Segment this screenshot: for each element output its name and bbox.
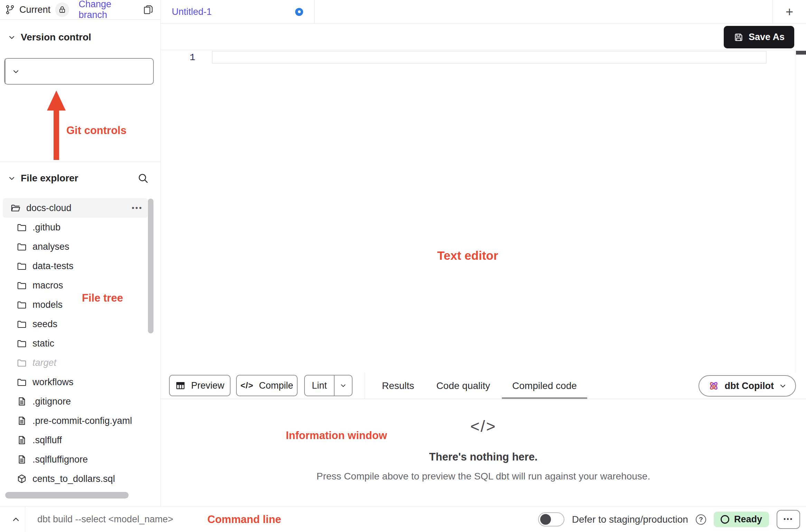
unsaved-changes-dot[interactable] <box>295 8 303 16</box>
lint-dropdown[interactable] <box>334 376 352 396</box>
command-bar-right: Defer to staging/production ? Ready ••• <box>538 506 800 532</box>
file-tree-item-label: data-tests <box>32 261 74 272</box>
file-tree-item[interactable]: .gitignore <box>0 392 161 411</box>
file-tree-item-label: workflows <box>32 377 74 388</box>
change-branch-link[interactable]: Change branch <box>79 0 139 20</box>
chevron-down-icon <box>779 382 787 390</box>
tab-results[interactable]: Results <box>382 372 414 399</box>
command-bar-divider <box>25 506 25 532</box>
chevron-down-icon <box>8 33 16 41</box>
file-icon <box>17 435 27 445</box>
annotation-command-line: Command line <box>207 513 281 526</box>
compile-button[interactable]: </> Compile <box>236 375 298 396</box>
file-tree-item-label: .sqlfluff <box>32 435 62 446</box>
folder-icon <box>17 222 27 232</box>
file-tree-item[interactable]: static <box>0 334 161 353</box>
current-branch-label: Current <box>19 4 50 15</box>
file-tree-item[interactable]: .pre-commit-config.yaml <box>0 411 161 430</box>
results-pane-toolbar: Preview </> Compile Lint Results Code qu… <box>161 372 806 399</box>
line-number: 1 <box>161 51 195 64</box>
annotation-information-window: Information window <box>286 429 387 442</box>
empty-state-subtitle: Press Compile above to preview the SQL d… <box>317 471 650 482</box>
folder-icon <box>17 358 27 368</box>
git-controls-arrow <box>47 91 66 111</box>
file-tree-vertical-scrollbar[interactable] <box>148 199 153 333</box>
file-tree-item-label: static <box>32 338 54 349</box>
file-tree-item-label: .sqlfluffignore <box>32 454 88 465</box>
dbt-copilot-icon <box>707 380 720 392</box>
save-as-button[interactable]: Save As <box>724 26 794 48</box>
file-tree-item[interactable]: macros <box>0 276 161 295</box>
folder-icon <box>17 338 27 349</box>
help-icon[interactable]: ? <box>696 514 706 525</box>
git-branch-icon <box>5 4 15 15</box>
file-tree: docs-cloud ••• .github analyses data-tes… <box>0 198 161 488</box>
file-tree-item-label: models <box>32 300 63 310</box>
create-branch-dropdown[interactable] <box>5 59 26 84</box>
file-tree-item[interactable]: workflows <box>0 372 161 392</box>
folder-open-icon <box>10 203 21 213</box>
text-editor[interactable]: 1 Text editor <box>161 50 806 372</box>
file-tree-item-target[interactable]: target <box>0 353 161 372</box>
file-tree-item-label: docs-cloud <box>26 203 72 213</box>
tab-untitled-1[interactable]: Untitled-1 <box>161 0 315 23</box>
create-branch-button[interactable]: Create branch <box>4 58 154 85</box>
file-tree-item[interactable]: cents_to_dollars.sql <box>0 469 161 488</box>
sidebar-divider <box>0 162 161 162</box>
editor-scrollbar-thumb[interactable] <box>796 51 806 55</box>
tab-code-quality[interactable]: Code quality <box>436 372 490 399</box>
file-tree-item[interactable]: .sqlfluffignore <box>0 450 161 469</box>
chevron-down-icon <box>12 67 20 76</box>
save-icon <box>733 32 744 42</box>
file-tree-item-label: macros <box>32 280 63 291</box>
file-tree-item-root[interactable]: docs-cloud ••• <box>3 198 148 218</box>
chevron-down-icon <box>8 174 16 182</box>
lock-icon <box>58 6 66 14</box>
file-tree-item[interactable]: seeds <box>0 314 161 334</box>
folder-icon <box>17 377 27 387</box>
command-input[interactable] <box>37 511 189 527</box>
file-explorer-section-header[interactable]: File explorer <box>8 173 78 184</box>
defer-toggle[interactable] <box>538 512 564 526</box>
new-tab-button[interactable]: + <box>772 0 806 23</box>
annotation-file-tree: File tree <box>82 292 123 304</box>
status-label: Ready <box>734 514 762 525</box>
file-tree-item-label: analyses <box>32 241 69 252</box>
kebab-menu-icon[interactable]: ••• <box>132 203 143 212</box>
file-tree-item[interactable]: .sqlfluff <box>0 430 161 450</box>
file-tree-horizontal-scrollbar[interactable] <box>5 492 129 498</box>
tab-compiled-code[interactable]: Compiled code <box>512 372 577 399</box>
model-cube-icon <box>17 474 27 484</box>
file-tree-item-label: seeds <box>32 319 57 330</box>
folder-icon <box>17 319 27 329</box>
folder-icon <box>17 300 27 310</box>
file-tree-item[interactable]: .github <box>0 218 161 237</box>
empty-state-title: There's nothing here. <box>429 451 538 463</box>
lint-button[interactable]: Lint <box>305 376 334 396</box>
branch-bar: Current Change branch <box>0 0 161 20</box>
folder-icon <box>17 280 27 291</box>
file-tree-item[interactable]: analyses <box>0 237 161 256</box>
file-tree-item[interactable]: models <box>0 295 161 314</box>
copy-icon[interactable] <box>143 4 154 15</box>
git-controls-arrow-shaft <box>54 109 59 160</box>
preview-button[interactable]: Preview <box>169 375 231 396</box>
file-tree-item-label: target <box>32 358 56 368</box>
save-as-label: Save As <box>749 32 785 42</box>
status-badge: Ready <box>714 512 769 527</box>
dbt-copilot-label: dbt Copilot <box>725 381 774 391</box>
main-area: Untitled-1 + Save As 1 Text editor <box>161 0 806 506</box>
version-control-section-header[interactable]: Version control <box>8 32 91 43</box>
file-tree-item-label: .pre-commit-config.yaml <box>32 416 132 426</box>
chevron-up-icon[interactable] <box>9 513 23 526</box>
code-icon: </> <box>470 417 497 436</box>
dbt-copilot-button[interactable]: dbt Copilot <box>699 375 796 397</box>
editor-active-line[interactable] <box>212 51 767 64</box>
annotation-text-editor: Text editor <box>437 249 498 263</box>
editor-tab-bar: Untitled-1 + <box>161 0 806 23</box>
search-icon[interactable] <box>137 172 149 184</box>
file-tree-item-label: .gitignore <box>32 396 71 407</box>
overflow-menu-button[interactable]: ••• <box>777 510 800 529</box>
code-icon: </> <box>241 381 254 390</box>
file-tree-item[interactable]: data-tests <box>0 256 161 276</box>
